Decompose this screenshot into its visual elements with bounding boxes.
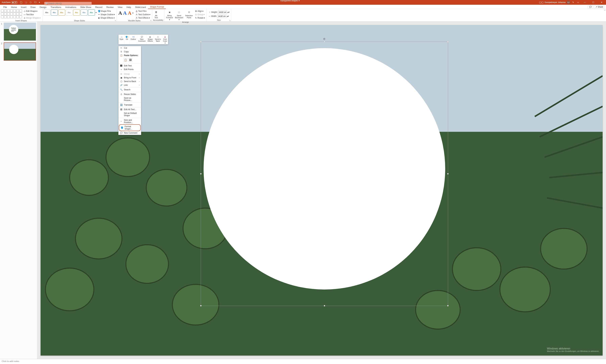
tab-transitions[interactable]: Transitions	[49, 5, 63, 9]
shape-outline-button[interactable]: ✏Shape Outline ▾	[97, 13, 115, 16]
tab-home[interactable]: Home	[9, 5, 19, 9]
tab-animations[interactable]: Animations	[63, 5, 78, 9]
ctx-cut[interactable]: ✂Cut	[119, 46, 141, 50]
tab-help[interactable]: Help	[124, 5, 133, 9]
wordart-gallery[interactable]: A A A ▾	[118, 10, 134, 16]
group-button[interactable]: ⊡Group ▾	[194, 13, 206, 16]
size-launcher[interactable]: ↘	[229, 19, 231, 21]
user-avatar[interactable]: GJ	[567, 0, 570, 4]
ctx-link[interactable]: 🔗Link›	[119, 83, 141, 87]
tab-design[interactable]: Design	[38, 5, 49, 9]
ctx-format-shape[interactable]: 🪣Format Shape...	[119, 124, 141, 131]
mini-new-comment-button[interactable]: 💬New Comment	[137, 35, 147, 44]
send-backward-button[interactable]: ▢Send Backward▾	[174, 10, 184, 21]
resize-handle-t[interactable]	[324, 41, 325, 42]
merge-shapes-button[interactable]: ◉Merge Shapes ▾	[23, 16, 41, 20]
ctx-size-position[interactable]: ↔Size and Position...	[119, 118, 141, 124]
search-box[interactable]: 🔍	[44, 2, 92, 5]
autosave-toggle[interactable]: AutoSave Off	[1, 1, 19, 4]
redo-button[interactable]	[28, 1, 33, 4]
shape-effects-button[interactable]: ◐Shape Effects ▾	[97, 16, 115, 20]
tab-view[interactable]: View	[116, 5, 124, 9]
text-fill-button[interactable]: AText Fill ▾	[135, 10, 151, 13]
mini-style-button[interactable]: ▭Style	[119, 35, 124, 44]
mini-send-to-back-button[interactable]: ▢Send to Back	[154, 35, 162, 44]
shape-gallery[interactable]	[1, 10, 22, 18]
pen-icon[interactable]: ✎	[571, 1, 575, 4]
notes-pane[interactable]: Click to add notes	[0, 359, 606, 364]
text-outline-button[interactable]: AText Outline ▾	[135, 13, 151, 16]
save-button[interactable]	[19, 1, 23, 4]
resize-handle-tl[interactable]	[200, 41, 202, 42]
ctx-search[interactable]: 🔍Search	[119, 88, 141, 91]
start-slideshow-button[interactable]	[33, 1, 38, 4]
qat-customize[interactable]: ▾	[38, 1, 41, 4]
ribbon-group-size: ↕Height: ▴▾ ↔Width: ▴▾ Size ↘	[207, 9, 231, 21]
maximize-button[interactable]: ☐	[590, 0, 597, 5]
resize-handle-l[interactable]	[200, 173, 202, 174]
ctx-reuse-slides[interactable]: ⎙Reuse Slides	[119, 92, 141, 96]
selection-pane-button[interactable]: ☰Selection Pane	[184, 10, 193, 19]
ctx-bring-to-front[interactable]: ▣Bring to Front›	[119, 76, 141, 79]
ribbon-display-icon[interactable]: ▭	[576, 1, 580, 4]
mini-font-color-button[interactable]: AFont Color▾	[162, 35, 168, 44]
height-input[interactable]	[218, 11, 227, 14]
resize-handle-r[interactable]	[447, 173, 449, 174]
mini-fill-button[interactable]: 🪣▾Fill	[124, 35, 129, 44]
search-input[interactable]	[48, 2, 90, 5]
style-gallery-more[interactable]: ▾	[96, 11, 96, 14]
share-button[interactable]: ↗ Share	[594, 5, 605, 9]
tab-record[interactable]: Record	[93, 5, 104, 9]
bring-forward-button[interactable]: ▣Bring Forward▾	[165, 10, 174, 21]
thumbnail-slide-1[interactable]: TROPICALLEAVESTRANSPARENT SHAPES	[4, 23, 36, 41]
width-spinner[interactable]: ▴▾	[227, 15, 229, 17]
minimize-button[interactable]: —	[581, 0, 588, 5]
ctx-edit-text[interactable]: 🅰Edit Text	[119, 64, 141, 67]
width-input[interactable]	[217, 14, 226, 18]
wordart-gallery-more[interactable]: ▾	[132, 12, 133, 14]
height-spinner[interactable]: ▴▾	[227, 11, 229, 13]
tab-insert[interactable]: Insert	[19, 5, 28, 9]
tab-slidelizard[interactable]: SlideLizard	[133, 5, 148, 9]
comments-button[interactable]: 💬	[588, 5, 593, 9]
tab-file[interactable]: File	[1, 5, 9, 9]
ctx-edit-points[interactable]: ⟐Edit Points	[119, 67, 141, 71]
wordart-launcher[interactable]: ↘	[150, 19, 152, 21]
mini-outline-button[interactable]: ✏▾Outline	[129, 35, 137, 44]
ctx-set-default-shape[interactable]: Set as Default Shape	[119, 111, 141, 117]
tab-shape-format[interactable]: Shape Format	[148, 5, 166, 9]
paste-option-destination-theme[interactable]: 📋	[123, 58, 127, 62]
shape-style-gallery[interactable]: Abc Abc Abc Abc Abc Abc Abc ▾	[43, 10, 96, 15]
user-name[interactable]: Gumpelmeyer Johanna	[544, 1, 565, 3]
ctx-translate[interactable]: 🔤Translate	[119, 103, 141, 107]
coming-soon-icon[interactable]: ◯◯	[539, 1, 543, 3]
thumbnail-slide-2[interactable]	[4, 42, 36, 61]
ctx-save-as-picture[interactable]: Save as Picture...	[119, 96, 141, 102]
shape-fill-button[interactable]: 🪣Shape Fill ▾	[97, 10, 115, 13]
text-box-button[interactable]: ▭Text Box	[23, 13, 41, 16]
resize-handle-tr[interactable]	[447, 41, 449, 42]
group-icon: ⊞	[120, 73, 123, 75]
edit-shape-button[interactable]: ◇Edit Shape ▾	[23, 10, 41, 13]
ctx-send-to-back[interactable]: ▢Send to Back›	[119, 79, 141, 83]
thumb-number: 1	[1, 23, 3, 25]
text-effects-button[interactable]: AText Effects ▾	[135, 16, 151, 20]
tab-slideshow[interactable]: Slide Show	[78, 5, 93, 9]
mini-shape-effects-button[interactable]: ◐Shape Effects	[147, 35, 154, 44]
tab-draw[interactable]: Draw	[28, 5, 38, 9]
ctx-edit-alt-text[interactable]: 🖼Edit Alt Text...	[119, 108, 141, 111]
close-button[interactable]: ✕	[598, 0, 605, 5]
undo-button[interactable]	[24, 1, 28, 4]
ctx-copy[interactable]: ⎘Copy	[119, 50, 141, 53]
rotate-button[interactable]: ↻Rotate ▾	[194, 16, 206, 20]
document-title[interactable]: transparent-shapes	[280, 0, 298, 2]
tab-review[interactable]: Review	[104, 5, 116, 9]
shape-styles-launcher[interactable]: ↘	[114, 19, 116, 21]
scissors-icon: ✂	[120, 47, 123, 49]
ctx-new-comment[interactable]: 💬New Comment	[119, 131, 141, 135]
paste-option-picture[interactable]: 🖼	[128, 58, 132, 62]
align-button[interactable]: ⊞Align ▾	[194, 10, 206, 13]
alt-text-button[interactable]: 🖼 Alt Text	[153, 10, 159, 19]
ribbon-collapse[interactable]: ˅	[604, 10, 605, 12]
rotate-handle[interactable]: ⟳	[323, 38, 326, 40]
